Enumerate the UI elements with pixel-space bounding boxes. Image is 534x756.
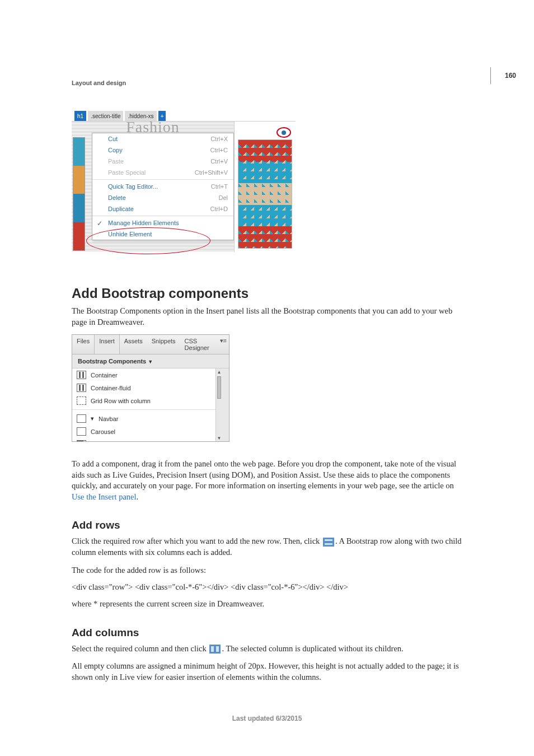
tab-insert[interactable]: Insert	[94, 335, 120, 354]
tab-css-designer[interactable]: CSS Designer	[180, 335, 218, 354]
tab-files[interactable]: Files	[72, 335, 94, 354]
scrollbar[interactable]: ▲ ▼	[216, 368, 222, 441]
figure-insert-panel: Files Insert Assets Snippets CSS Designe…	[72, 334, 229, 442]
menu-item-quick-tag-editor[interactable]: Quick Tag Editor... Ctrl+T	[92, 181, 233, 192]
menu-separator	[92, 216, 233, 216]
menu-label: Paste	[108, 158, 124, 165]
menu-shortcut: Ctrl+C	[210, 147, 228, 153]
list-item-label: Container	[91, 372, 118, 379]
menu-item-paste: Paste Ctrl+V	[92, 156, 233, 167]
eye-icon[interactable]	[277, 127, 291, 138]
page-number: 160	[505, 72, 516, 80]
menu-item-unhide[interactable]: Unhide Element	[92, 228, 233, 240]
carousel-icon	[77, 427, 86, 436]
paragraph-add-rows-2: The code for the added row is as follows…	[72, 565, 462, 576]
scroll-up-arrow-icon[interactable]: ▲	[216, 368, 222, 375]
list-item-navbar[interactable]: ▾ Navbar	[72, 412, 222, 425]
menu-shortcut: Ctrl+T	[211, 183, 228, 190]
menu-item-paste-special: Paste Special Ctrl+Shift+V	[92, 167, 233, 178]
heading-add-columns: Add columns	[72, 627, 462, 639]
paragraph-add-components: The Bootstrap Components option in the I…	[72, 306, 462, 328]
tab-snippets[interactable]: Snippets	[147, 335, 180, 354]
panel-tabs: Files Insert Assets Snippets CSS Designe…	[72, 335, 229, 354]
responsive-image-icon	[77, 440, 86, 441]
menu-item-cut[interactable]: Cut Ctrl+X	[92, 133, 233, 144]
dropdown-caret-icon: ▾	[91, 415, 94, 422]
heading-add-rows: Add rows	[72, 519, 462, 531]
canvas-right-pane	[234, 122, 296, 252]
text-segment: . The selected column is duplicated with…	[222, 644, 403, 653]
text-segment: .	[137, 492, 139, 501]
list-item-grid-row[interactable]: Grid Row with column	[72, 394, 222, 407]
paragraph-drag-component: To add a component, drag it from the pan…	[72, 459, 462, 502]
image-placeholder	[238, 139, 292, 249]
scrollbar-thumb[interactable]	[217, 376, 221, 399]
list-item-carousel[interactable]: Carousel	[72, 425, 222, 438]
figure-context-menu: h1 .section-title .hidden-xs + Fashion C…	[72, 106, 296, 252]
menu-label: Unhide Element	[108, 231, 152, 237]
grid-row-icon	[77, 396, 86, 405]
text-segment: Click the required row after which you w…	[72, 536, 322, 545]
heading-add-bootstrap-components: Add Bootstrap components	[72, 286, 462, 301]
list-item-responsive-image[interactable]: ▾ Responsive Image	[72, 438, 222, 441]
context-menu: Cut Ctrl+X Copy Ctrl+C Paste Ctrl+V Pa	[92, 133, 234, 240]
list-item-container[interactable]: Container	[72, 368, 222, 381]
link-use-insert-panel[interactable]: Use the Insert panel	[72, 492, 137, 501]
paragraph-add-rows-3: where * represents the current screen si…	[72, 599, 462, 610]
dropdown-caret-icon: ▾	[91, 441, 94, 441]
menu-label: Quick Tag Editor...	[108, 183, 158, 190]
menu-label: Duplicate	[108, 206, 134, 212]
container-icon	[77, 371, 86, 379]
list-separator	[72, 409, 222, 410]
list-item-label: Carousel	[91, 428, 115, 435]
menu-item-duplicate[interactable]: Duplicate Ctrl+D	[92, 203, 233, 214]
paragraph-add-cols-2: All empty columns are assigned a minimum…	[72, 661, 462, 683]
canvas-left-pane: Fashion Cut Ctrl+X Copy Ctrl+C Paste	[72, 122, 234, 252]
add-row-icon[interactable]	[323, 538, 334, 547]
text-segment: To add a component, drag it from the pan…	[72, 459, 456, 490]
dropdown-label: Bootstrap Components	[78, 358, 146, 365]
paragraph-add-cols-1: Select the required column and then clic…	[72, 643, 462, 655]
menu-shortcut: Ctrl+D	[210, 206, 228, 212]
panel-menu-icon[interactable]: ▾≡	[218, 335, 229, 354]
code-row-markup: <div class="row"> <div class="col-*-6"><…	[72, 582, 462, 592]
list-item-label: Container-fluid	[91, 385, 131, 391]
tab-assets[interactable]: Assets	[120, 335, 147, 354]
menu-separator	[92, 179, 233, 180]
menu-shortcut: Ctrl+X	[210, 136, 228, 142]
category-dropdown[interactable]: Bootstrap Components ▼	[72, 354, 229, 368]
list-item-label: Navbar	[99, 416, 118, 422]
menu-item-manage-hidden[interactable]: Manage Hidden Elements	[92, 217, 233, 228]
menu-label: Delete	[108, 194, 126, 201]
running-header: Layout and design	[72, 80, 126, 86]
menu-shortcut: Ctrl+Shift+V	[195, 169, 228, 176]
menu-label: Copy	[108, 147, 123, 153]
add-column-icon[interactable]	[209, 645, 221, 654]
text-segment: Select the required column and then clic…	[72, 644, 208, 653]
component-list: Container Container-fluid Grid Row with …	[72, 368, 229, 441]
list-item-label: Responsive Image	[99, 441, 149, 442]
menu-item-copy[interactable]: Copy Ctrl+C	[92, 144, 233, 156]
list-item-label: Grid Row with column	[91, 398, 151, 404]
menu-label: Cut	[108, 136, 118, 142]
page-number-box: 160	[490, 67, 517, 84]
list-item-container-fluid[interactable]: Container-fluid	[72, 381, 222, 394]
menu-item-delete[interactable]: Delete Del	[92, 192, 233, 203]
menu-shortcut: Del	[218, 194, 228, 201]
container-fluid-icon	[77, 384, 86, 392]
paragraph-add-rows-1: Click the required row after which you w…	[72, 536, 462, 558]
check-icon: ✓	[97, 220, 102, 227]
footer-last-updated: Last updated 6/3/2015	[0, 715, 534, 722]
menu-label: Manage Hidden Elements	[108, 220, 179, 226]
navbar-icon	[77, 414, 86, 423]
menu-label: Paste Special	[108, 169, 146, 176]
menu-shortcut: Ctrl+V	[210, 158, 228, 165]
thumbnail-strip	[73, 137, 85, 251]
scroll-down-arrow-icon[interactable]: ▼	[216, 435, 222, 441]
chevron-down-icon: ▼	[148, 359, 153, 365]
